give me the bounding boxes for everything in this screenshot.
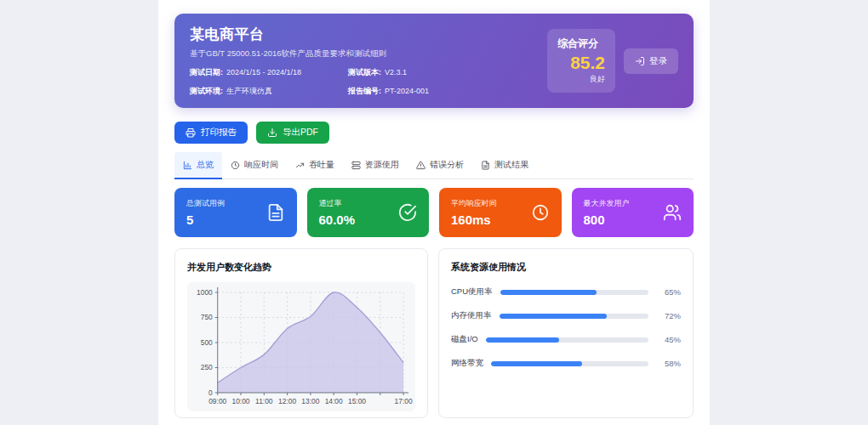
svg-text:13:00: 13:00 — [301, 397, 319, 405]
svg-text:250: 250 — [201, 363, 213, 371]
svg-text:15:00: 15:00 — [348, 397, 366, 405]
svg-text:09:00: 09:00 — [208, 397, 226, 405]
stat-card-avg-response: 平均响应时间 160ms — [439, 188, 562, 237]
download-icon — [267, 128, 277, 138]
concurrent-users-panel: 并发用户数变化趋势 0250500750100009:0010:0011:001… — [174, 248, 428, 418]
test-version-meta: 测试版本:V2.3.1 — [348, 67, 429, 78]
svg-text:1000: 1000 — [197, 288, 213, 297]
login-label: 登录 — [649, 55, 667, 67]
tab-overview[interactable]: 总览 — [174, 152, 222, 179]
check-circle-icon — [398, 203, 417, 222]
resource-row-cpu: CPU使用率 65% — [451, 286, 681, 298]
resource-bar-fill — [486, 337, 559, 343]
svg-text:750: 750 — [201, 313, 213, 321]
test-env-meta: 测试环境:生产环境仿真 — [190, 86, 336, 97]
toolbar: 打印报告 导出PDF — [174, 122, 694, 144]
trending-up-icon — [295, 161, 305, 170]
server-icon — [351, 161, 361, 170]
report-subtitle: 基于GB/T 25000.51-2016软件产品质量要求和测试细则 — [190, 48, 429, 60]
login-button[interactable]: 登录 — [624, 48, 678, 74]
stat-card-max-concurrent: 最大并发用户 800 — [572, 188, 694, 237]
stats-row: 总测试用例 5 通过率 60.0% 平均响应时间 160ms 最大并发用户 80… — [174, 188, 694, 237]
tab-bar: 总览 响应时间 吞吐量 资源使用 错误分析 测试结果 — [174, 152, 694, 179]
file-text-icon — [266, 203, 285, 222]
memory-progress-bar — [500, 314, 649, 319]
disk-progress-bar — [486, 337, 648, 343]
cpu-progress-bar — [500, 290, 648, 295]
bar-chart-icon — [183, 161, 192, 170]
stat-card-total-cases: 总测试用例 5 — [174, 188, 297, 237]
svg-text:500: 500 — [201, 338, 213, 347]
file-text-icon — [481, 161, 490, 170]
resource-row-memory: 内存使用率 72% — [451, 310, 681, 321]
overall-score-label: 综合评分 — [557, 37, 605, 51]
system-resources-panel: 系统资源使用情况 CPU使用率 65% 内存使用率 72% 磁盘I/O 45% — [438, 248, 694, 418]
resource-bar-fill — [500, 314, 607, 319]
tab-response-time[interactable]: 响应时间 — [222, 152, 287, 179]
report-header-info: 某电商平台 基于GB/T 25000.51-2016软件产品质量要求和测试细则 … — [190, 25, 429, 97]
svg-text:0: 0 — [208, 388, 213, 397]
overall-score-value: 85.2 — [557, 53, 605, 73]
clock-icon — [531, 203, 550, 222]
resources-panel-title: 系统资源使用情况 — [451, 261, 681, 274]
report-title: 某电商平台 — [190, 25, 429, 44]
svg-text:14:00: 14:00 — [325, 397, 343, 405]
concurrent-users-chart: 0250500750100009:0010:0011:0012:0013:001… — [187, 282, 415, 411]
resource-bar-fill — [500, 290, 597, 295]
tab-throughput[interactable]: 吞吐量 — [287, 152, 343, 179]
svg-text:17:00: 17:00 — [395, 397, 413, 405]
print-report-button[interactable]: 打印报告 — [174, 122, 248, 144]
chart-panel-title: 并发用户数变化趋势 — [187, 261, 415, 274]
tab-error-analysis[interactable]: 错误分析 — [408, 152, 472, 179]
printer-icon — [186, 128, 196, 138]
tab-resource-usage[interactable]: 资源使用 — [343, 152, 408, 179]
report-page: 某电商平台 基于GB/T 25000.51-2016软件产品质量要求和测试细则 … — [158, 0, 710, 425]
svg-text:12:00: 12:00 — [278, 397, 296, 405]
export-pdf-label: 导出PDF — [283, 127, 318, 139]
resource-row-network: 网络带宽 58% — [451, 358, 681, 369]
overall-score-box: 综合评分 85.2 良好 — [547, 29, 615, 92]
svg-text:10:00: 10:00 — [231, 397, 249, 405]
resource-rows: CPU使用率 65% 内存使用率 72% 磁盘I/O 45% 网络带宽 — [451, 286, 681, 369]
login-icon — [635, 56, 645, 66]
test-date-meta: 测试日期:2024/1/15 - 2024/1/18 — [190, 67, 336, 78]
report-number-meta: 报告编号:PT-2024-001 — [348, 86, 429, 97]
stat-card-pass-rate: 通过率 60.0% — [307, 188, 430, 237]
resource-row-disk: 磁盘I/O 45% — [451, 334, 681, 345]
overall-score-grade: 良好 — [557, 74, 605, 85]
tab-test-results[interactable]: 测试结果 — [472, 152, 537, 179]
report-header: 某电商平台 基于GB/T 25000.51-2016软件产品质量要求和测试细则 … — [174, 14, 694, 108]
panels-row: 并发用户数变化趋势 0250500750100009:0010:0011:001… — [174, 248, 694, 418]
users-icon — [663, 203, 682, 222]
svg-text:11:00: 11:00 — [255, 397, 273, 405]
report-meta: 测试日期:2024/1/15 - 2024/1/18 测试版本:V2.3.1 测… — [190, 67, 429, 97]
resource-bar-fill — [491, 361, 582, 366]
network-progress-bar — [491, 361, 648, 366]
clock-icon — [231, 161, 240, 170]
chart-plot-area: 0250500750100009:0010:0011:0012:0013:001… — [187, 282, 415, 411]
export-pdf-button[interactable]: 导出PDF — [256, 122, 329, 144]
print-report-label: 打印报告 — [201, 127, 237, 139]
alert-triangle-icon — [416, 161, 425, 170]
